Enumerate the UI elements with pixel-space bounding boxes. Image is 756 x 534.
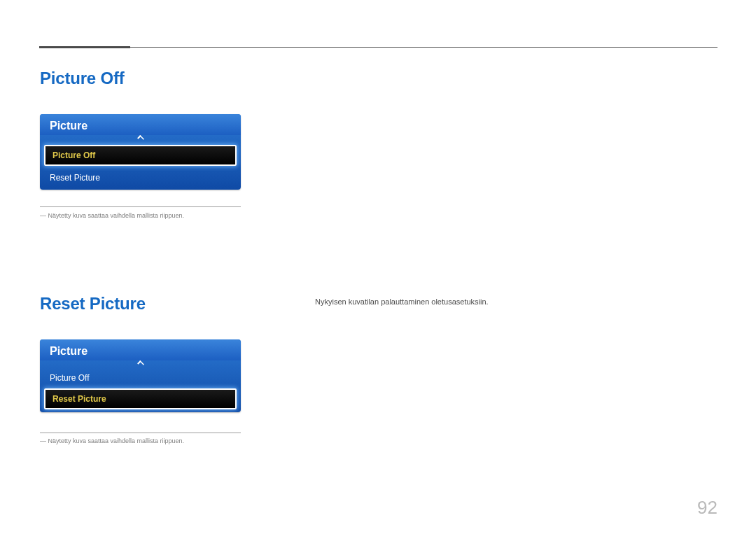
footnote-text: ― Näytetty kuva saattaa vaihdella mallis… — [40, 437, 264, 444]
footnote-rule — [40, 206, 241, 207]
chevron-up-icon — [40, 135, 241, 143]
menu-item-reset-picture[interactable]: Reset Picture — [40, 169, 241, 190]
page-number: 92 — [697, 497, 718, 519]
footnote-text: ― Näytetty kuva saattaa vaihdella mallis… — [40, 212, 264, 219]
menu-item-reset-picture[interactable]: Reset Picture — [44, 388, 237, 409]
header-rule-bold — [39, 46, 130, 48]
footnote-rule — [40, 433, 241, 433]
menu-title: Picture — [40, 339, 241, 360]
menu-panel-reset-picture: Picture Picture Off Reset Picture — [40, 339, 241, 412]
header-rule — [39, 47, 718, 48]
section-title-picture-off: Picture Off — [40, 69, 124, 88]
menu-item-picture-off[interactable]: Picture Off — [40, 369, 241, 387]
section-body-text: Nykyisen kuvatilan palauttaminen oletusa… — [315, 297, 489, 306]
menu-item-picture-off[interactable]: Picture Off — [44, 145, 237, 166]
chevron-up-icon — [40, 360, 241, 369]
menu-panel-picture-off: Picture Picture Off Reset Picture — [40, 114, 241, 190]
section-title-reset-picture: Reset Picture — [40, 294, 146, 314]
menu-title: Picture — [40, 114, 241, 135]
